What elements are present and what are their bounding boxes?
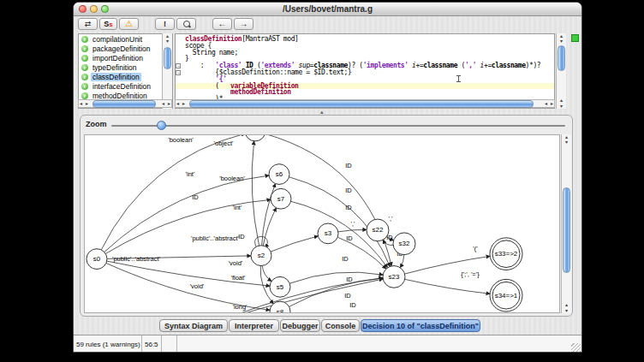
svg-text:s7: s7	[277, 195, 285, 203]
status-cell: 59 rules (1 warnings)	[74, 335, 142, 353]
rule-name: importDefinition	[91, 54, 145, 62]
scroll-left-icon[interactable]: ◂	[162, 100, 164, 107]
window-title: /Users/bovet/mantra.g	[74, 4, 581, 14]
mouse-cursor-ibeam	[458, 75, 459, 82]
scroll-down-icon[interactable]: ▾	[163, 39, 172, 44]
scroll-down-icon[interactable]: ▾	[562, 308, 571, 313]
decision-panel: Zoom 'public'..'abstract''boolean''int'I…	[80, 115, 573, 317]
zoom-slider-knob[interactable]	[157, 121, 166, 130]
decision-graph-svg[interactable]: 'public'..'abstract''boolean''int'ID'voi…	[85, 135, 560, 313]
svg-text:'void': 'void'	[229, 259, 243, 267]
toolbar: ⇄ Ss ⚠ ! ← →	[74, 16, 581, 32]
svg-text:s6: s6	[276, 170, 283, 178]
scroll-left-icon[interactable]: ◂	[176, 100, 179, 107]
rule-icon: r	[81, 36, 88, 43]
code-line: classDefinition[MantraAST mod]	[176, 36, 554, 43]
rule-icon: r	[81, 64, 88, 71]
svg-text:'int': 'int'	[186, 170, 195, 178]
forward-button[interactable]: →	[234, 18, 253, 30]
scroll-up-icon[interactable]: ▴	[562, 302, 571, 307]
rules-horizontal-scrollbar[interactable]: ◂ ▸ ◂ ▸	[78, 99, 172, 108]
syntax-ok-indicator	[571, 34, 579, 42]
scrollbar-thumb[interactable]	[189, 100, 534, 108]
scroll-left-icon[interactable]: ◂	[80, 100, 82, 107]
svg-text:s2: s2	[258, 252, 265, 259]
desktop-background: /Users/bovet/mantra.g ⇄ Ss ⚠ ! ← →	[0, 0, 644, 362]
scroll-down-icon[interactable]: ▾	[557, 104, 566, 109]
rule-icon: r	[81, 55, 88, 62]
check-grammar-button[interactable]: ⚠	[119, 18, 139, 30]
rule-list-item[interactable]: rtypeDefinition	[79, 62, 172, 72]
back-arrow-icon: ←	[218, 20, 227, 28]
tab-decision-10-of-classdefinition[interactable]: Decision 10 of "classDefinition"	[361, 319, 480, 332]
zoom-slider[interactable]	[111, 125, 565, 127]
tab-interpreter[interactable]: Interpreter	[229, 319, 279, 332]
rule-list-item[interactable]: rimportDefinition	[79, 53, 172, 62]
rule-list-item[interactable]: rclassDefinition	[79, 72, 172, 81]
tab-console[interactable]: Console	[321, 319, 360, 332]
code-area[interactable]: classDefinition[MantraAST mod]scope { St…	[176, 36, 554, 103]
scrollbar-thumb[interactable]	[92, 100, 156, 108]
svg-text:'boolean': 'boolean'	[219, 175, 245, 183]
svg-text:'public'..'abstract': 'public'..'abstract'	[191, 234, 240, 242]
debug-button[interactable]: !	[155, 18, 175, 30]
back-button[interactable]: ←	[212, 18, 232, 30]
rule-list-item[interactable]: rcompilationUnit	[79, 34, 172, 44]
scrollbar-thumb[interactable]	[164, 47, 171, 69]
decision-graph-canvas[interactable]: 'public'..'abstract''boolean''int'ID'voi…	[84, 134, 560, 313]
svg-text:s0: s0	[93, 255, 101, 263]
svg-text:ID: ID	[342, 255, 349, 263]
svg-text:s33=>2: s33=>2	[495, 250, 518, 258]
rule-name: packageDefinition	[91, 45, 152, 53]
tab-syntax-diagram[interactable]: Syntax Diagram	[159, 319, 228, 332]
scroll-down-icon[interactable]: ▾	[562, 139, 571, 145]
svg-text:s23: s23	[389, 273, 400, 281]
graph-vertical-scrollbar[interactable]: ▴ ▾ ▴ ▾	[561, 134, 571, 313]
scroll-left-icon[interactable]: ◂	[545, 100, 547, 107]
svg-text:ID: ID	[345, 204, 352, 211]
grammar-editor[interactable]: classDefinition[MantraAST mod]scope { St…	[175, 33, 555, 109]
scroll-up-icon[interactable]: ▴	[557, 98, 566, 103]
scrollbar-thumb[interactable]	[563, 187, 570, 273]
exclamation-icon: !	[164, 21, 166, 28]
find-usages-button[interactable]: Ss	[99, 18, 117, 30]
find-button[interactable]	[176, 18, 196, 30]
toggle-console-button[interactable]: ⇄	[78, 18, 98, 30]
scroll-down-icon[interactable]: ▾	[557, 39, 566, 44]
svg-text:ID: ID	[238, 233, 245, 240]
rule-name: methodDefinition	[91, 92, 149, 100]
forward-arrow-icon: →	[240, 20, 248, 28]
scrollbar-thumb[interactable]	[558, 45, 565, 71]
zoom-label: Zoom	[86, 120, 107, 128]
svg-text:'boolean': 'boolean'	[168, 136, 194, 144]
scroll-right-icon[interactable]: ▸	[86, 100, 88, 107]
sidebar-toggle-icon: ⇄	[85, 21, 92, 28]
editor-horizontal-scrollbar[interactable]: ◂ ▸ ◂ ▸	[175, 99, 555, 108]
scroll-right-icon[interactable]: ▸	[182, 100, 185, 107]
fold-icon[interactable]: −	[176, 69, 185, 76]
svg-text:{';', '='}: {';', '='}	[461, 270, 480, 278]
scroll-right-icon[interactable]: ▸	[168, 100, 170, 107]
fold-icon[interactable]: −	[176, 62, 185, 69]
tab-debugger[interactable]: Debugger	[280, 319, 320, 332]
svg-text:'long': 'long'	[232, 303, 247, 311]
svg-text:'object': 'object'	[214, 139, 234, 147]
rule-list-item[interactable]: rpackageDefinition	[79, 44, 172, 53]
rules-vertical-scrollbar[interactable]: ▴ ▾ ▴ ▾	[162, 33, 172, 109]
svg-text:s3: s3	[325, 229, 332, 237]
rule-list-item[interactable]: rinterfaceDefinition	[79, 81, 172, 91]
rule-icon: r	[81, 92, 88, 99]
status-bar: 59 rules (1 warnings)56:5	[74, 335, 581, 353]
rules-list-panel: rcompilationUnitrpackageDefinitionrimpor…	[78, 33, 173, 109]
status-cell	[177, 335, 581, 353]
svg-text:s34=>1: s34=>1	[495, 292, 518, 300]
titlebar[interactable]: /Users/bovet/mantra.g	[74, 3, 581, 16]
svg-text:'(': '('	[473, 245, 478, 252]
resize-grip-icon[interactable]	[571, 343, 581, 353]
rule-name: typeDefinition	[91, 63, 139, 72]
editor-vertical-scrollbar[interactable]: ▴ ▾ ▴ ▾	[556, 33, 566, 109]
svg-text:',': ','	[351, 220, 356, 228]
rule-icon: r	[81, 83, 88, 90]
rule-name: interfaceDefinition	[91, 82, 152, 91]
scroll-right-icon[interactable]: ▸	[551, 100, 553, 107]
